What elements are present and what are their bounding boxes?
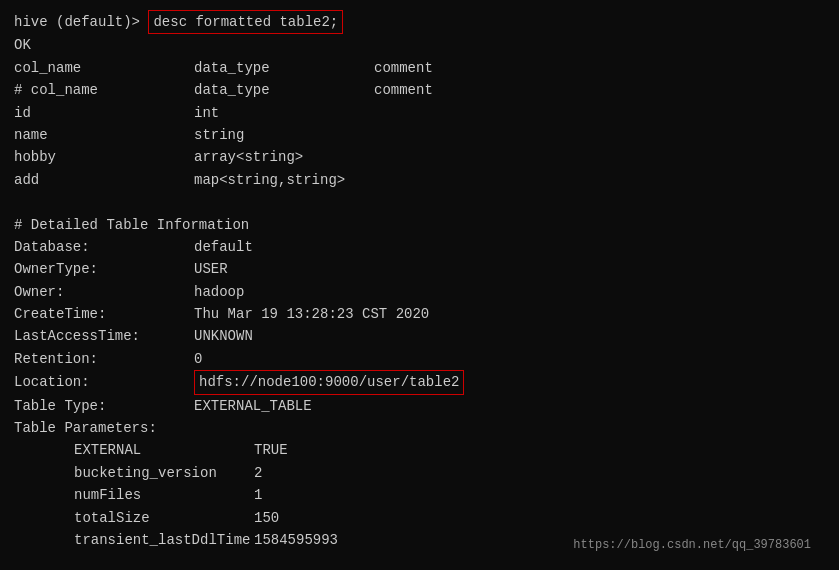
location-key: Location:	[14, 371, 194, 393]
info-val-3: Thu Mar 19 13:28:23 CST 2020	[194, 303, 429, 325]
ok-text: OK	[14, 34, 31, 56]
info-key-0: Database:	[14, 236, 194, 258]
col-name-1: id	[14, 102, 194, 124]
data-type-1: int	[194, 102, 374, 124]
param-row-2: numFiles1	[14, 484, 825, 506]
param-row-3: totalSize150	[14, 507, 825, 529]
table-type-key: Table Type:	[14, 395, 194, 417]
row-1: idint	[14, 102, 825, 124]
data-type-4: map<string,string>	[194, 169, 374, 191]
info-key-5: Retention:	[14, 348, 194, 370]
table-type-value: EXTERNAL_TABLE	[194, 395, 312, 417]
table-type-line: Table Type:EXTERNAL_TABLE	[14, 395, 825, 417]
empty-line-1	[14, 191, 825, 213]
info-row-3: CreateTime:Thu Mar 19 13:28:23 CST 2020	[14, 303, 825, 325]
row-2: namestring	[14, 124, 825, 146]
detailed-header: # Detailed Table Information	[14, 214, 249, 236]
param-val-2: 1	[254, 484, 262, 506]
watermark: https://blog.csdn.net/qq_39783601	[573, 538, 811, 552]
info-row-0: Database:default	[14, 236, 825, 258]
table-params-header: Table Parameters:	[14, 417, 157, 439]
param-key-4: transient_lastDdlTime	[74, 529, 254, 551]
terminal: hive (default)> desc formatted table2; O…	[14, 10, 825, 560]
data-type-2: string	[194, 124, 374, 146]
prompt: hive (default)>	[14, 11, 148, 33]
col-name-0: # col_name	[14, 79, 194, 101]
col-name-3: hobby	[14, 146, 194, 168]
param-row-1: bucketing_version2	[14, 462, 825, 484]
info-row-4: LastAccessTime:UNKNOWN	[14, 325, 825, 347]
table-params-header-line: Table Parameters:	[14, 417, 825, 439]
header-comment: comment	[374, 57, 433, 79]
location-value-box: hdfs://node100:9000/user/table2	[194, 370, 464, 394]
param-val-4: 1584595993	[254, 529, 338, 551]
param-key-1: bucketing_version	[74, 462, 254, 484]
info-row-5: Retention:0	[14, 348, 825, 370]
ok-line: OK	[14, 34, 825, 56]
param-row-0: EXTERNALTRUE	[14, 439, 825, 461]
param-val-0: TRUE	[254, 439, 288, 461]
param-key-2: numFiles	[74, 484, 254, 506]
comment-0: comment	[374, 79, 433, 101]
info-key-2: Owner:	[14, 281, 194, 303]
info-key-4: LastAccessTime:	[14, 325, 194, 347]
param-val-3: 150	[254, 507, 279, 529]
location-line: Location:hdfs://node100:9000/user/table2	[14, 370, 825, 394]
command-line: hive (default)> desc formatted table2;	[14, 10, 825, 34]
row-3: hobbyarray<string>	[14, 146, 825, 168]
info-row-2: Owner:hadoop	[14, 281, 825, 303]
info-val-1: USER	[194, 258, 228, 280]
info-val-0: default	[194, 236, 253, 258]
row-0: # col_namedata_typecomment	[14, 79, 825, 101]
header-data-type: data_type	[194, 57, 374, 79]
data-type-0: data_type	[194, 79, 374, 101]
row-4: addmap<string,string>	[14, 169, 825, 191]
header-col-name: col_name	[14, 57, 194, 79]
detailed-header-line: # Detailed Table Information	[14, 214, 825, 236]
header-row: col_namedata_typecomment	[14, 57, 825, 79]
info-key-1: OwnerType:	[14, 258, 194, 280]
command-box: desc formatted table2;	[148, 10, 343, 34]
param-val-1: 2	[254, 462, 262, 484]
col-name-2: name	[14, 124, 194, 146]
info-val-5: 0	[194, 348, 202, 370]
param-key-0: EXTERNAL	[74, 439, 254, 461]
info-val-4: UNKNOWN	[194, 325, 253, 347]
data-type-3: array<string>	[194, 146, 374, 168]
info-row-1: OwnerType:USER	[14, 258, 825, 280]
col-name-4: add	[14, 169, 194, 191]
info-key-3: CreateTime:	[14, 303, 194, 325]
info-val-2: hadoop	[194, 281, 244, 303]
param-key-3: totalSize	[74, 507, 254, 529]
